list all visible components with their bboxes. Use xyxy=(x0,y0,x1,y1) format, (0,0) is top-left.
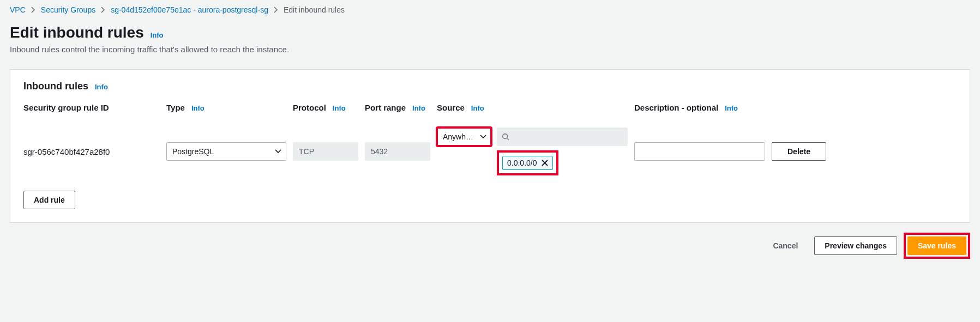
footer-actions: Cancel Preview changes Save rules xyxy=(10,233,970,259)
add-rule-button[interactable]: Add rule xyxy=(23,191,75,209)
chevron-right-icon xyxy=(31,7,35,13)
panel-info-link[interactable]: Info xyxy=(95,83,108,91)
chevron-right-icon xyxy=(101,7,105,13)
save-button-highlight: Save rules xyxy=(904,233,970,259)
rule-id-value: sgr-056c740bf427a28f0 xyxy=(23,147,160,156)
breadcrumb-current: Edit inbound rules xyxy=(284,5,345,14)
col-port-range-info[interactable]: Info xyxy=(412,104,425,112)
col-rule-id: Security group rule ID xyxy=(23,103,109,112)
port-range-readonly: 5432 xyxy=(365,142,430,161)
close-icon[interactable] xyxy=(542,160,548,166)
source-select[interactable]: Anywh… xyxy=(437,127,491,146)
type-select[interactable]: PostgreSQL xyxy=(166,142,286,161)
breadcrumb-security-group-detail[interactable]: sg-04d152ef00e75e1ac - aurora-postgresql… xyxy=(111,5,268,14)
col-type-info[interactable]: Info xyxy=(191,104,205,112)
col-description-info[interactable]: Info xyxy=(725,104,738,112)
breadcrumb: VPC Security Groups sg-04d152ef00e75e1ac… xyxy=(10,0,970,21)
description-input[interactable] xyxy=(634,142,765,161)
search-icon xyxy=(502,133,509,141)
col-protocol: Protocol xyxy=(293,103,326,112)
protocol-readonly: TCP xyxy=(293,142,358,161)
page-info-link[interactable]: Info xyxy=(151,31,164,39)
col-type: Type xyxy=(166,103,185,112)
source-chip: 0.0.0.0/0 xyxy=(502,156,553,170)
caret-down-icon xyxy=(275,149,281,154)
source-chip-highlight: 0.0.0.0/0 xyxy=(497,150,558,175)
col-source: Source xyxy=(437,103,465,112)
page-description: Inbound rules control the incoming traff… xyxy=(10,45,970,54)
col-source-info[interactable]: Info xyxy=(471,104,484,112)
page-header: Edit inbound rules Info Inbound rules co… xyxy=(10,21,970,69)
cancel-button[interactable]: Cancel xyxy=(763,236,808,255)
breadcrumb-vpc[interactable]: VPC xyxy=(10,5,26,14)
inbound-rules-panel: Inbound rules Info Security group rule I… xyxy=(10,69,970,223)
source-search-input[interactable] xyxy=(514,128,627,145)
breadcrumb-security-groups[interactable]: Security Groups xyxy=(41,5,95,14)
svg-point-0 xyxy=(503,134,508,139)
svg-line-1 xyxy=(507,138,509,141)
chevron-right-icon xyxy=(274,7,278,13)
col-port-range: Port range xyxy=(365,103,406,112)
col-protocol-info[interactable]: Info xyxy=(333,104,346,112)
caret-down-icon xyxy=(480,135,486,139)
source-search[interactable] xyxy=(497,127,628,146)
save-rules-button[interactable]: Save rules xyxy=(907,236,966,255)
delete-rule-button[interactable]: Delete xyxy=(772,142,826,161)
source-chip-label: 0.0.0.0/0 xyxy=(507,159,537,167)
type-select-value: PostgreSQL xyxy=(172,147,214,156)
panel-title: Inbound rules xyxy=(23,81,88,92)
source-select-value: Anywh… xyxy=(443,132,473,141)
table-row: sgr-056c740bf427a28f0 PostgreSQL TCP 543… xyxy=(23,127,957,175)
table-header: Security group rule ID Type Info Protoco… xyxy=(23,103,957,112)
col-description: Description - optional xyxy=(634,103,718,112)
preview-changes-button[interactable]: Preview changes xyxy=(814,236,897,255)
page-title: Edit inbound rules xyxy=(10,24,144,41)
